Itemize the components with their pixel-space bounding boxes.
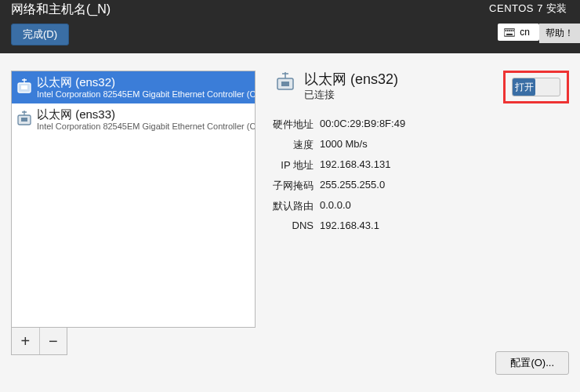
field-value: 192.168.43.131 xyxy=(320,158,569,172)
svg-rect-8 xyxy=(21,85,27,89)
svg-rect-1 xyxy=(506,30,507,31)
toggle-knob: 打开 xyxy=(513,78,535,96)
svg-rect-12 xyxy=(281,82,289,86)
installer-label: CENTOS 7 安装 xyxy=(489,2,567,16)
ethernet-icon xyxy=(273,71,298,96)
svg-rect-0 xyxy=(504,28,515,35)
field-label: IP 地址 xyxy=(266,158,314,172)
toggle-highlight: 打开 xyxy=(503,71,569,103)
detail-status: 已连接 xyxy=(304,88,398,102)
field-label: 速度 xyxy=(266,138,314,152)
page-title: 网络和主机名(_N) xyxy=(11,2,111,18)
nic-item[interactable]: 以太网 (ens33)Intel Corporation 82545EM Gig… xyxy=(12,103,255,136)
svg-rect-4 xyxy=(511,30,513,31)
field-label: 默认路由 xyxy=(266,199,314,213)
ime-label: cn xyxy=(520,27,530,38)
ime-indicator[interactable]: cn xyxy=(498,24,539,41)
ethernet-icon xyxy=(15,110,34,129)
connection-toggle[interactable]: 打开 xyxy=(512,78,560,96)
nic-name: 以太网 (ens33) xyxy=(37,107,256,122)
field-label: 硬件地址 xyxy=(266,118,314,132)
configure-button[interactable]: 配置(O)... xyxy=(495,351,569,375)
body: 以太网 (ens32)Intel Corporation 82545EM Gig… xyxy=(0,53,580,392)
detail-title: 以太网 (ens32) xyxy=(304,71,398,88)
svg-rect-10 xyxy=(21,118,27,122)
field-value: 0.0.0.0 xyxy=(320,199,569,213)
field-value: 255.255.255.0 xyxy=(320,179,569,193)
field-value: 1000 Mb/s xyxy=(320,138,569,152)
svg-rect-5 xyxy=(513,30,514,31)
svg-rect-6 xyxy=(506,34,513,35)
keyboard-icon xyxy=(504,28,515,37)
nic-item[interactable]: 以太网 (ens32)Intel Corporation 82545EM Gig… xyxy=(12,71,255,103)
window: 网络和主机名(_N) 完成(D) CENTOS 7 安装 cn 帮助！ 以太网 … xyxy=(0,0,580,392)
ethernet-icon xyxy=(15,78,34,96)
svg-rect-3 xyxy=(509,30,511,31)
add-remove-bar: + − xyxy=(11,327,67,355)
svg-rect-2 xyxy=(507,30,509,31)
detail-fields: 硬件地址00:0C:29:B9:8F:49速度1000 Mb/sIP 地址192… xyxy=(266,118,569,231)
field-value: 192.168.43.1 xyxy=(320,220,569,231)
nic-list: 以太网 (ens32)Intel Corporation 82545EM Gig… xyxy=(11,71,256,328)
field-value: 00:0C:29:B9:8F:49 xyxy=(320,118,569,132)
remove-nic-button[interactable]: − xyxy=(39,328,67,354)
add-nic-button[interactable]: + xyxy=(12,328,39,354)
field-label: 子网掩码 xyxy=(266,179,314,193)
nic-sub: Intel Corporation 82545EM Gigabit Ethern… xyxy=(37,122,256,131)
detail-pane: 以太网 (ens32) 已连接 打开 硬件地址00:0C:29:B9:8F:49… xyxy=(263,71,569,231)
nic-sub: Intel Corporation 82545EM Gigabit Ethern… xyxy=(37,89,256,99)
field-label: DNS xyxy=(266,220,314,231)
nic-name: 以太网 (ens32) xyxy=(37,74,256,89)
done-button[interactable]: 完成(D) xyxy=(11,24,69,45)
header: 网络和主机名(_N) 完成(D) CENTOS 7 安装 cn 帮助！ xyxy=(0,0,580,53)
help-button[interactable]: 帮助！ xyxy=(539,24,580,43)
